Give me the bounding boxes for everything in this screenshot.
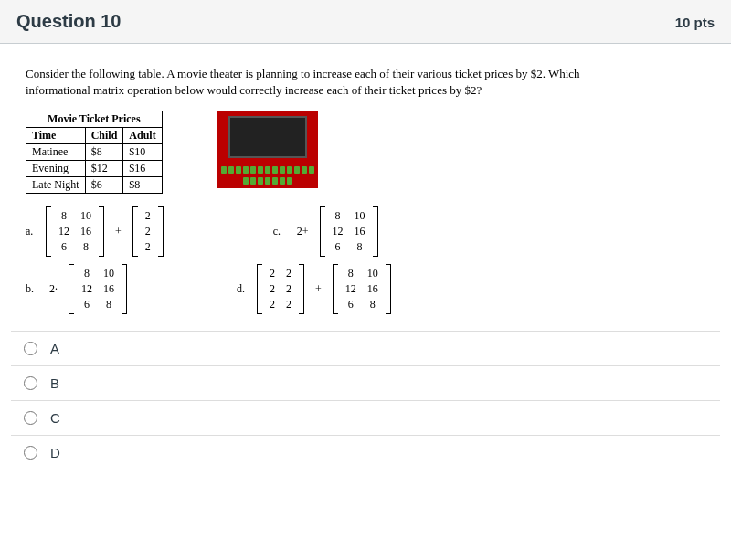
theater-image — [217, 111, 318, 188]
radio-d[interactable] — [24, 446, 37, 460]
answer-choice-a[interactable]: A — [11, 331, 720, 365]
answer-label: C — [50, 410, 60, 426]
radio-a[interactable] — [24, 342, 37, 355]
answer-choice-b[interactable]: B — [11, 365, 720, 400]
option-d: d. 22 22 22 + 810 1216 68 — [237, 264, 391, 314]
table-title: Movie Ticket Prices — [26, 111, 163, 128]
option-c: c. 2+ 810 1216 68 — [273, 206, 378, 257]
question-prompt: Consider the following table. A movie th… — [26, 66, 592, 98]
table-row: Late Night $6 $8 — [26, 177, 163, 194]
table-header: Child — [85, 128, 123, 144]
question-points: 10 pts — [675, 15, 715, 30]
option-label: c. — [273, 225, 286, 238]
radio-c[interactable] — [24, 411, 37, 425]
scalar-op: 2+ — [293, 225, 313, 238]
matrix: 810 1216 68 — [46, 206, 104, 257]
table-header: Adult — [123, 128, 162, 144]
option-a: a. 810 1216 68 + 2 2 2 — [26, 206, 164, 257]
option-label: b. — [26, 282, 38, 296]
answer-choice-c[interactable]: C — [11, 400, 720, 435]
option-b: b. 2· 810 1216 68 — [26, 264, 127, 314]
answer-label: D — [50, 445, 60, 460]
answer-label: A — [50, 341, 59, 356]
price-table: Movie Ticket Prices Time Child Adult Mat… — [26, 111, 163, 194]
plus-op: + — [111, 225, 125, 238]
plus-op: + — [312, 282, 325, 296]
matrix: 810 1216 68 — [333, 264, 391, 314]
matrix-options: a. 810 1216 68 + 2 2 2 c. 2+ 810 121 — [26, 206, 705, 314]
question-title: Question 10 — [16, 11, 121, 32]
question-header: Question 10 10 pts — [0, 0, 731, 44]
matrix: 2 2 2 — [132, 206, 164, 257]
matrix: 810 1216 68 — [320, 206, 378, 257]
option-label: a. — [26, 225, 38, 238]
table-row: Matinee $8 $10 — [26, 144, 163, 161]
table-row: Evening $12 $16 — [26, 161, 163, 177]
radio-b[interactable] — [24, 376, 37, 390]
matrix: 22 22 22 — [257, 264, 304, 314]
question-body: Consider the following table. A movie th… — [0, 44, 731, 331]
scalar-op: 2· — [46, 282, 61, 296]
answer-choice-d[interactable]: D — [11, 435, 720, 470]
table-header: Time — [26, 128, 86, 144]
answer-label: B — [50, 375, 59, 391]
matrix: 810 1216 68 — [69, 264, 127, 314]
option-label: d. — [237, 282, 249, 296]
answer-choices: A B C D — [0, 331, 731, 482]
